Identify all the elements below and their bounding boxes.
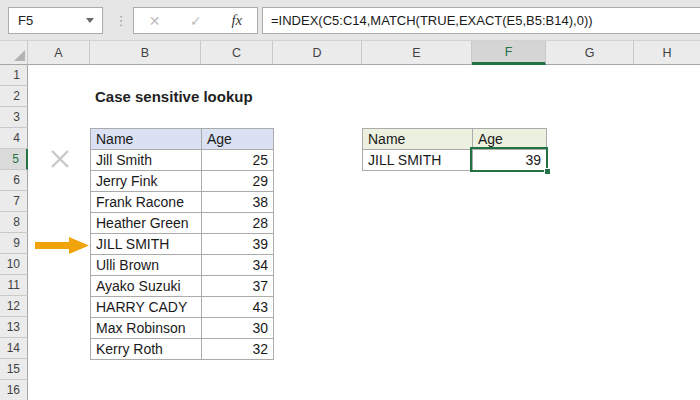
column-header-b[interactable]: B [90, 41, 201, 65]
toolbar-separator-dots-icon: ⋮ [114, 7, 128, 34]
row-header-1[interactable]: 1 [0, 65, 28, 86]
row-header-15[interactable]: 15 [0, 359, 28, 380]
row-header-7[interactable]: 7 [0, 191, 28, 212]
result-table: Name Age JILL SMITH 39 [362, 128, 547, 171]
cell-c14-age[interactable]: 32 [202, 339, 274, 360]
select-all-corner[interactable] [0, 41, 28, 65]
row-header-14[interactable]: 14 [0, 338, 28, 359]
row-header-column: 1 2 3 4 5 6 7 8 9 10 11 12 13 14 15 16 [0, 65, 28, 400]
row-header-5-selected[interactable]: 5 [0, 149, 28, 170]
row-header-3[interactable]: 3 [0, 107, 28, 128]
row-header-4[interactable]: 4 [0, 128, 28, 149]
cell-b10-name[interactable]: Ulli Brown [91, 255, 202, 276]
cell-f5-result-value[interactable]: 39 [473, 150, 547, 171]
insert-function-fx-icon[interactable]: fx [231, 12, 242, 29]
cell-b12-name[interactable]: HARRY CADY [91, 297, 202, 318]
cell-c6-age[interactable]: 29 [202, 171, 274, 192]
cell-c10-age[interactable]: 34 [202, 255, 274, 276]
cell-b6-name[interactable]: Jerry Fink [91, 171, 202, 192]
excel-window: F5 ⋮ ✕ ✓ fx =INDEX(C5:C14,MATCH(TRUE,EXA… [0, 0, 700, 400]
lookup-table: Name Age Jill Smith 25 Jerry Fink 29 Fra… [90, 128, 274, 360]
result-table-name-header[interactable]: Name [363, 129, 473, 150]
cell-e5-lookup-value[interactable]: JILL SMITH [363, 150, 473, 171]
cancel-icon[interactable]: ✕ [149, 13, 161, 29]
cell-c9-age[interactable]: 39 [202, 234, 274, 255]
column-header-c[interactable]: C [201, 41, 273, 65]
column-header-h[interactable]: H [634, 41, 700, 65]
enter-checkmark-icon[interactable]: ✓ [190, 13, 202, 29]
fill-handle[interactable] [544, 168, 551, 175]
lookup-table-age-header[interactable]: Age [202, 129, 274, 150]
cell-b7-name[interactable]: Frank Racone [91, 192, 202, 213]
row-header-6[interactable]: 6 [0, 170, 28, 191]
cell-c8-age[interactable]: 28 [202, 213, 274, 234]
name-box-dropdown-icon[interactable] [86, 18, 94, 23]
lookup-table-name-header[interactable]: Name [91, 129, 202, 150]
formula-buttons: ✕ ✓ fx [133, 7, 258, 34]
result-table-age-header[interactable]: Age [473, 129, 547, 150]
column-header-e[interactable]: E [362, 41, 472, 65]
cell-b11-name[interactable]: Ayako Suzuki [91, 276, 202, 297]
formula-text: =INDEX(C5:C14,MATCH(TRUE,EXACT(E5,B5:B14… [263, 13, 593, 28]
row-header-9[interactable]: 9 [0, 233, 28, 254]
sheet-title[interactable]: Case sensitive lookup [95, 86, 253, 107]
cell-c13-age[interactable]: 30 [202, 318, 274, 339]
row-header-2[interactable]: 2 [0, 86, 28, 107]
cell-c11-age[interactable]: 37 [202, 276, 274, 297]
match-arrow-icon [35, 237, 89, 254]
column-header-a[interactable]: A [28, 41, 90, 65]
cell-c5-age[interactable]: 25 [202, 150, 274, 171]
cell-b14-name[interactable]: Kerry Roth [91, 339, 202, 360]
cell-b9-name[interactable]: JILL SMITH [91, 234, 202, 255]
column-header-g[interactable]: G [546, 41, 634, 65]
row-header-12[interactable]: 12 [0, 296, 28, 317]
row-header-16[interactable]: 16 [0, 380, 28, 400]
row-header-13[interactable]: 13 [0, 317, 28, 338]
column-header-d[interactable]: D [273, 41, 362, 65]
formula-toolbar: F5 ⋮ ✕ ✓ fx =INDEX(C5:C14,MATCH(TRUE,EXA… [0, 0, 700, 41]
formula-bar[interactable]: =INDEX(C5:C14,MATCH(TRUE,EXACT(E5,B5:B14… [262, 7, 700, 34]
row-header-11[interactable]: 11 [0, 275, 28, 296]
x-mark-icon [49, 148, 71, 170]
row-header-8[interactable]: 8 [0, 212, 28, 233]
cell-b13-name[interactable]: Max Robinson [91, 318, 202, 339]
cell-b8-name[interactable]: Heather Green [91, 213, 202, 234]
column-header-f-selected[interactable]: F [472, 41, 546, 65]
name-box[interactable]: F5 [8, 7, 103, 34]
row-header-10[interactable]: 10 [0, 254, 28, 275]
name-box-value: F5 [9, 13, 33, 28]
cell-c12-age[interactable]: 43 [202, 297, 274, 318]
cell-c7-age[interactable]: 38 [202, 192, 274, 213]
cell-b5-name[interactable]: Jill Smith [91, 150, 202, 171]
